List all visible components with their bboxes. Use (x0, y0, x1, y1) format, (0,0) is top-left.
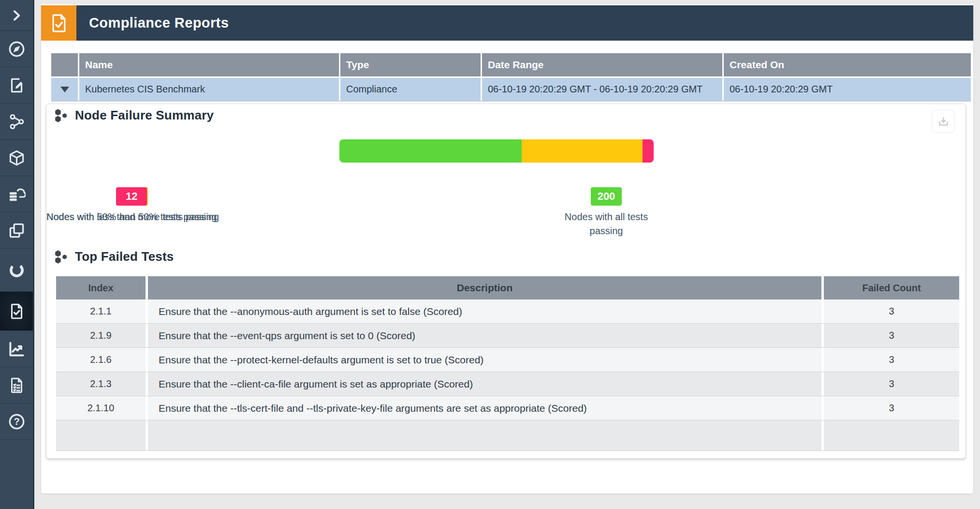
column-header-index: Index (56, 276, 148, 299)
legend-label: Nodes with less than 50% tests passing (46, 210, 217, 224)
legend-value-badge: 200 (591, 187, 622, 206)
failed-test-count: 3 (824, 299, 959, 323)
sidebar: ? (0, 0, 34, 509)
refresh-icon (8, 261, 26, 279)
legend-label: Nodes with all tests passing (553, 210, 659, 238)
top-failed-tests-header: Top Failed Tests (54, 249, 174, 264)
download-button[interactable] (932, 110, 955, 133)
sidebar-item-cloud-storage[interactable] (0, 176, 33, 212)
failed-test-description: Ensure that the --anonymous-auth argumen… (148, 299, 824, 323)
layers-icon (8, 222, 26, 240)
column-header-date-range: Date Range (482, 53, 724, 76)
chevron-right-icon (10, 9, 23, 22)
row-expand-toggle[interactable] (51, 78, 79, 101)
node-failure-stacked-bar (339, 139, 654, 163)
sidebar-item-expand[interactable] (0, 0, 33, 31)
sidebar-item-edit-report[interactable] (0, 67, 33, 104)
bar-segment-3 (643, 139, 654, 163)
compass-icon (8, 40, 26, 58)
legend-item-1: 200Nodes with all tests passing (553, 187, 659, 238)
titlebar: Compliance Reports (41, 5, 973, 41)
failed-test-index: 2.1.10 (56, 396, 148, 420)
failed-tests-table-header: Index Description Failed Count (56, 276, 959, 299)
expand-column-header (51, 53, 79, 76)
failed-test-row[interactable]: 2.1.6Ensure that the --protect-kernel-de… (56, 348, 959, 372)
topology-icon (8, 113, 26, 131)
failed-test-description: Ensure that the --protect-kernel-default… (148, 348, 824, 372)
svg-text:?: ? (14, 416, 19, 427)
download-icon (937, 115, 950, 128)
sidebar-item-containers[interactable] (0, 140, 33, 176)
section-title: Top Failed Tests (75, 249, 174, 264)
cluster-hexagons-icon (54, 108, 69, 123)
sidebar-item-topology[interactable] (0, 104, 33, 140)
report-type: Compliance (340, 78, 482, 101)
failed-test-index: 2.1.1 (56, 299, 148, 323)
section-title: Node Failure Summary (75, 108, 214, 123)
empty-row (56, 420, 959, 451)
failed-test-row[interactable]: 2.1.1Ensure that the --anonymous-auth ar… (56, 299, 959, 324)
sidebar-item-compliance-reports[interactable] (0, 292, 33, 331)
failed-test-description: Ensure that the --client-ca-file argumen… (148, 372, 824, 396)
legend-item-3: 12Nodes with less than 50% tests passing (46, 187, 217, 224)
report-row[interactable]: Kubernetes CIS Benchmark Compliance 06-1… (51, 76, 971, 102)
compliance-report-icon (41, 5, 76, 41)
sidebar-item-logs[interactable] (0, 367, 33, 404)
checklist-icon (8, 376, 26, 394)
sidebar-item-activity[interactable] (0, 249, 33, 292)
failed-test-count: 3 (824, 396, 959, 420)
column-header-type: Type (340, 53, 482, 76)
column-header-created-on: Created On (724, 53, 971, 76)
report-created-on: 06-10-19 20:20:29 GMT (724, 78, 971, 101)
chart-line-icon (8, 340, 26, 358)
reports-table-header: Name Type Date Range Created On (51, 53, 971, 76)
cloud-database-icon (8, 185, 26, 203)
failed-test-index: 2.1.6 (56, 348, 148, 372)
sidebar-item-explore[interactable] (0, 31, 33, 67)
failed-test-row[interactable]: 2.1.3Ensure that the --client-ca-file ar… (56, 372, 959, 396)
failed-test-index: 2.1.3 (56, 372, 148, 396)
failed-test-index: 2.1.9 (56, 324, 148, 347)
cluster-hexagons-icon (54, 250, 69, 264)
sidebar-item-help[interactable]: ? (0, 404, 33, 440)
sidebar-item-images[interactable] (0, 212, 33, 249)
failed-test-count: 3 (824, 324, 959, 347)
document-check-icon (8, 302, 26, 320)
report-detail-panel: Node Failure Summary 200Nodes with all t… (46, 104, 966, 459)
failed-tests-table: Index Description Failed Count 2.1.1Ensu… (56, 276, 959, 451)
compliance-card: Compliance Reports Name Type Date Range … (41, 4, 973, 494)
failed-test-description: Ensure that the --event-qps argument is … (148, 324, 824, 347)
failed-test-count: 3 (824, 348, 959, 372)
column-header-description: Description (148, 276, 824, 299)
failed-test-count: 3 (824, 372, 959, 396)
failed-test-row[interactable]: 2.1.9Ensure that the --event-qps argumen… (56, 324, 959, 348)
failed-test-description: Ensure that the --tls-cert-file and --tl… (148, 396, 824, 420)
sidebar-item-analytics[interactable] (0, 331, 33, 367)
report-name: Kubernetes CIS Benchmark (79, 78, 340, 101)
help-icon: ? (8, 413, 26, 431)
legend-value-badge: 12 (116, 187, 147, 206)
node-failure-summary-header: Node Failure Summary (54, 108, 214, 123)
column-header-name: Name (79, 53, 340, 76)
document-edit-icon (8, 76, 26, 94)
cube-icon (8, 149, 26, 167)
report-date-range: 06-10-19 20:20:29 GMT - 06-10-19 20:20:2… (482, 78, 724, 101)
bar-segment-1 (339, 139, 522, 163)
column-header-failed-count: Failed Count (824, 276, 959, 299)
caret-down-icon (60, 87, 69, 92)
failed-test-row[interactable]: 2.1.10Ensure that the --tls-cert-file an… (56, 396, 959, 420)
page-title: Compliance Reports (89, 15, 229, 31)
reports-table: Name Type Date Range Created On Kubernet… (51, 53, 971, 102)
bar-segment-2 (522, 139, 643, 163)
